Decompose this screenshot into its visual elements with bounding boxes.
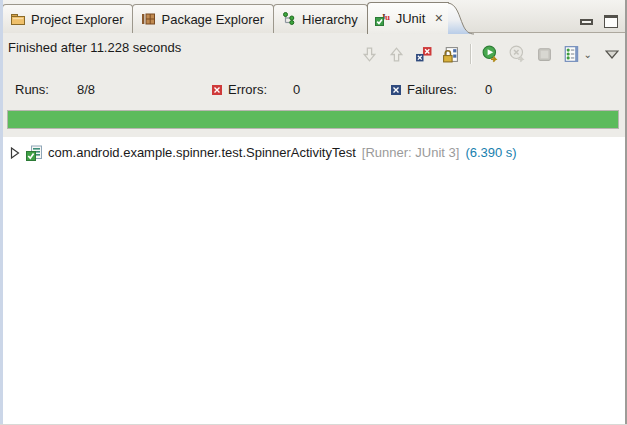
window-controls [580,15,618,28]
stop-icon [536,46,553,63]
view-menu-icon[interactable] [605,50,619,59]
failures-label: Failures: [407,82,457,97]
test-progress-bar [7,110,619,129]
test-suite-name: com.android.example.spinner.test.Spinner… [48,145,356,160]
maximize-icon[interactable] [604,15,618,28]
test-runner-label: [Runner: JUnit 3] [362,145,460,160]
tab-list: Project Explorer Package Explorer Hierar… [0,0,627,33]
next-failed-test-button[interactable] [358,42,382,66]
test-elapsed-time: (6.390 s) [465,145,516,160]
errors-value: 0 [293,82,300,97]
error-icon [212,85,222,95]
close-icon[interactable]: ✕ [433,12,444,25]
stop-test-button[interactable] [533,42,557,66]
rerun-test-button[interactable] [479,42,503,66]
junit-icon: J u [375,11,391,27]
expand-arrow-icon[interactable] [10,147,20,159]
tab-label: Project Explorer [31,12,123,27]
tab-project-explorer[interactable]: Project Explorer [2,4,133,33]
junit-toolbar: ⌄ [358,42,622,66]
test-suite-row[interactable]: com.android.example.spinner.test.Spinner… [3,142,625,163]
tab-hierarchy[interactable]: Hierarchy [273,4,368,33]
tab-package-explorer[interactable]: Package Explorer [132,4,274,33]
show-failures-only-button[interactable] [412,42,436,66]
view-left-border [0,0,3,425]
tab-junit[interactable]: J u JUnit ✕ [367,2,449,34]
test-run-history-button[interactable] [560,42,584,66]
rerun-failures-first-icon [509,45,527,63]
package-explorer-icon [140,11,156,27]
tab-label: JUnit [396,11,426,26]
test-run-history-icon [563,45,581,63]
view-tab-strip: Project Explorer Package Explorer Hierar… [0,0,627,33]
scroll-lock-icon [442,46,459,63]
minimize-icon[interactable] [580,19,593,25]
finished-status-text: Finished after 11.228 seconds [8,40,181,55]
arrow-down-icon [361,46,378,63]
runs-value: 8/8 [77,82,95,97]
failure-icon [391,85,401,95]
arrow-up-icon [388,46,405,63]
test-suite-ok-icon [26,145,42,161]
tab-label: Hierarchy [302,12,358,27]
project-explorer-icon [10,11,26,27]
runs-label: Runs: [15,82,49,97]
tab-label: Package Explorer [161,12,264,27]
scroll-lock-button[interactable] [439,42,463,66]
rerun-test-icon [482,45,500,63]
test-counters: Runs: 8/8 Errors: 0 Failures: 0 [0,82,627,100]
previous-failed-test-button[interactable] [385,42,409,66]
active-tab-curve [448,2,474,35]
history-dropdown-chevron-icon[interactable]: ⌄ [584,49,592,60]
failures-only-icon [415,46,432,63]
failures-value: 0 [485,82,492,97]
errors-label: Errors: [228,82,267,97]
test-results-area: com.android.example.spinner.test.Spinner… [3,137,625,424]
progress-fill [8,111,618,128]
svg-text:u: u [385,12,390,22]
rerun-failures-first-button[interactable] [506,42,530,66]
toolbar-separator [470,44,472,64]
hierarchy-icon [281,11,297,27]
